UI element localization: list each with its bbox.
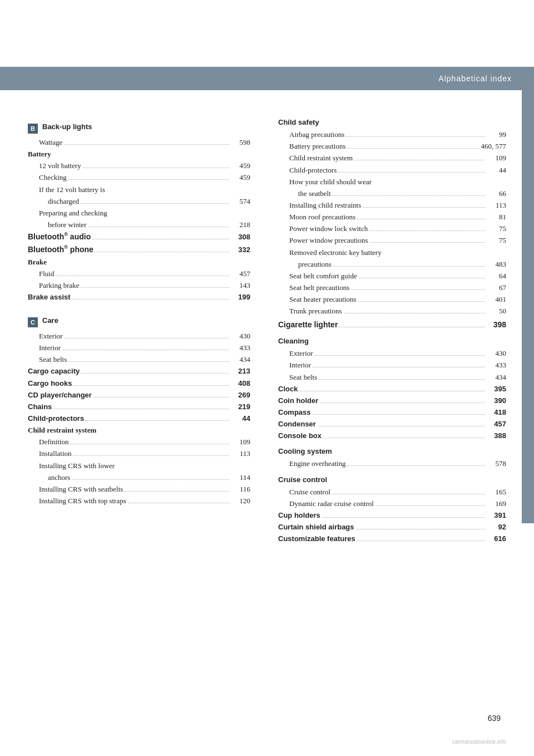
entry-page: 574 [231, 196, 250, 207]
entry-label: Condenser [278, 419, 316, 430]
list-item: anchors 114 [28, 472, 250, 483]
entry-dots [351, 289, 485, 290]
list-item: CD player/changer 269 [28, 390, 250, 401]
entry-dots [359, 278, 485, 278]
list-item: Preparing and checking [28, 208, 250, 219]
entry-label: Console box [278, 430, 322, 441]
entry-dots [88, 227, 229, 227]
entry-page: 418 [487, 407, 506, 418]
page-wrapper: Alphabetical index B Back-up lights Watt… [0, 0, 534, 756]
entry-page: 457 [487, 419, 506, 430]
list-item: If the 12 volt battery is [28, 184, 250, 195]
list-item: Interior 433 [28, 342, 250, 354]
entry-page: 113 [487, 200, 506, 211]
entry-dots [333, 195, 485, 196]
entry-label: Curtain shield airbags [278, 522, 354, 533]
letter-badge-c: C [28, 317, 38, 327]
entry-dots [358, 301, 485, 302]
entry-page: 50 [487, 306, 506, 317]
entry-page: 199 [231, 292, 250, 303]
section-b-header: B Back-up lights [28, 122, 250, 134]
entry-dots [318, 426, 485, 426]
entry-page: 460, 577 [481, 141, 507, 152]
entry-page: 578 [487, 458, 506, 469]
entry-label: Seat belt precautions [289, 282, 349, 293]
entry-label: Cargo hooks [28, 378, 72, 389]
entry-page: 75 [487, 223, 506, 234]
entry-label: anchors [48, 472, 70, 483]
section-c-top-entry: Care [42, 316, 58, 325]
sub-section-header: Child restraint system [28, 425, 250, 436]
entry-dots [357, 541, 485, 541]
entry-label: Installation [39, 448, 72, 459]
entry-dots [125, 491, 229, 492]
entry-label: Cup holders [278, 510, 320, 521]
entry-dots [65, 338, 229, 338]
right-column: Child safety Airbag precautions 99 Batte… [267, 112, 506, 545]
entry-page: 113 [231, 448, 250, 459]
list-item: Cup holders 391 [278, 510, 506, 521]
entry-label: Child restraint system [289, 153, 353, 164]
entry-label: Seat belt comfort guide [289, 271, 357, 282]
entry-page: 66 [487, 188, 506, 199]
entry-page: 120 [231, 495, 250, 507]
entry-page: 308 [231, 232, 250, 243]
entry-label: Seat heater precautions [289, 294, 357, 305]
entry-dots [344, 313, 486, 313]
entry-label: Customizable features [278, 533, 355, 544]
entry-dots [354, 160, 485, 160]
entry-dots [53, 409, 229, 409]
entry-label: Chains [28, 401, 52, 413]
entry-page: 332 [231, 244, 250, 256]
list-item: Compass 418 [278, 407, 506, 418]
entry-label: Bluetooth® phone [28, 244, 93, 256]
entry-dots [333, 266, 485, 267]
entry-page: 433 [231, 342, 250, 354]
list-item: Clock 395 [278, 384, 506, 395]
entry-label: Brake assist [28, 292, 71, 303]
list-item: Installing CRS with lower [28, 460, 250, 472]
entry-page: 143 [231, 280, 250, 291]
entry-label: Interior [289, 360, 311, 371]
entry-page: 395 [487, 384, 506, 395]
list-item: Seat belts 434 [278, 372, 506, 383]
entry-label: Engine overheating [289, 458, 345, 469]
list-item: before winter 218 [28, 219, 250, 230]
entry-label: 12 volt battery [39, 160, 81, 171]
entry-page: 408 [231, 378, 250, 389]
list-item: Cargo capacity 213 [28, 366, 250, 377]
entry-dots [363, 207, 485, 208]
entry-dots [332, 494, 485, 494]
list-item: Power window precautions 75 [278, 235, 506, 246]
list-item: 12 volt battery 459 [28, 160, 250, 171]
entry-page: 67 [487, 282, 506, 293]
entry-label: Seat belts [39, 354, 67, 365]
entry-page: 598 [231, 137, 250, 148]
right-section-header-cruise: Cruise control [278, 474, 506, 485]
entry-dots [72, 479, 229, 480]
entry-dots [313, 414, 485, 415]
entry-page: 81 [487, 212, 506, 223]
entry-label: Bluetooth® audio [28, 231, 91, 243]
entry-page: 75 [487, 235, 506, 246]
list-item: Installation 113 [28, 448, 250, 459]
entry-label: Cargo capacity [28, 366, 80, 377]
entry-label: CD player/changer [28, 390, 92, 401]
list-item: Installing CRS with seatbelts 116 [28, 484, 250, 495]
entry-page: 44 [487, 165, 506, 176]
list-item: Brake assist 199 [28, 292, 250, 303]
entry-label: Installing CRS with seatbelts [39, 484, 123, 495]
entry-page: 483 [487, 259, 506, 270]
entry-dots [81, 287, 229, 288]
list-item: Interior 433 [278, 360, 506, 371]
header-title: Alphabetical index [438, 74, 512, 83]
entry-page: 213 [231, 366, 250, 377]
list-item: Removed electronic key battery [278, 247, 506, 258]
entry-label: Installing child restraints [289, 200, 361, 211]
entry-dots [70, 444, 229, 444]
section-c-header: C Care [28, 316, 250, 327]
list-item: Chains 219 [28, 401, 250, 413]
content-area: B Back-up lights Wattage 598 Battery 12 … [0, 90, 534, 567]
letter-badge-b: B [28, 124, 38, 134]
entry-label: Moon roof precautions [289, 212, 355, 223]
